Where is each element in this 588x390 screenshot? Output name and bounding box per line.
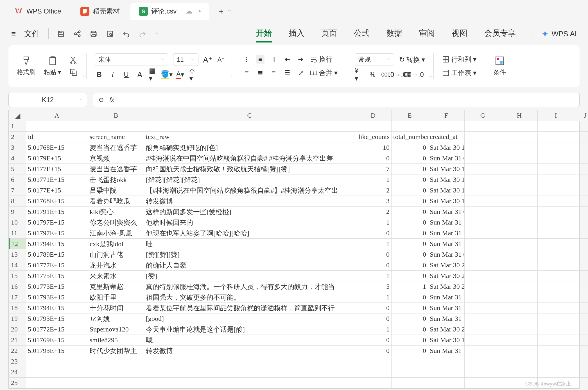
cell[interactable] xyxy=(538,174,574,185)
column-header[interactable]: B xyxy=(88,110,144,121)
save-icon[interactable] xyxy=(57,30,65,38)
cell[interactable] xyxy=(355,121,392,132)
row-header[interactable]: 1 xyxy=(9,121,26,132)
row-header[interactable]: 16 xyxy=(9,281,26,292)
font-size-select[interactable]: 11﹀ xyxy=(173,53,198,66)
cell[interactable]: total_number xyxy=(392,132,428,142)
cell[interactable] xyxy=(538,185,574,196)
row-header[interactable]: 2 xyxy=(9,132,26,142)
row-header[interactable]: 6 xyxy=(9,174,26,185)
cell[interactable] xyxy=(574,260,588,271)
cell[interactable]: 7 xyxy=(355,164,392,174)
undo-icon[interactable] xyxy=(122,30,130,38)
cell[interactable]: 5.01797E+15 xyxy=(26,217,88,228)
cell[interactable] xyxy=(501,239,538,249)
quick-access-more-icon[interactable]: ﹀ xyxy=(155,31,159,36)
cell[interactable]: 1 xyxy=(355,292,392,303)
cell[interactable]: smile8295 xyxy=(88,335,144,346)
cell[interactable] xyxy=(428,356,465,367)
row-header[interactable]: 11 xyxy=(9,228,26,239)
cell[interactable]: Sat Mar 30 19:42:21 +0800 2024 xyxy=(428,174,465,185)
bold-icon[interactable]: B xyxy=(95,70,103,79)
cell[interactable] xyxy=(538,260,574,271)
cell[interactable]: 龙井汽水 xyxy=(88,260,144,271)
cell[interactable]: 3 xyxy=(355,196,392,207)
cell[interactable] xyxy=(501,271,538,281)
cell[interactable] xyxy=(574,249,588,260)
cell[interactable] xyxy=(574,378,588,388)
cell[interactable] xyxy=(538,313,574,324)
cell[interactable]: Sun Mar 31 10:32:23 +0800 2024 xyxy=(428,313,465,324)
cell[interactable] xyxy=(574,367,588,378)
cell[interactable]: 2 xyxy=(355,207,392,217)
cell[interactable]: 5.01772E+15 xyxy=(26,324,88,335)
cell[interactable]: 0 xyxy=(355,303,392,313)
cell[interactable] xyxy=(574,346,588,356)
row-header[interactable]: 4 xyxy=(9,153,26,164)
cell[interactable]: 5 xyxy=(355,281,392,292)
cell[interactable] xyxy=(501,260,538,271)
hamburger-icon[interactable]: ≡ xyxy=(11,29,16,38)
spreadsheet-grid[interactable]: ◢ABCDEFGHIJ 12idscreen_nametext_rawlike_… xyxy=(8,110,580,389)
clear-format-icon[interactable]: ◇ ▾ xyxy=(189,70,198,79)
cell[interactable] xyxy=(465,217,501,228)
cell[interactable] xyxy=(501,335,538,346)
strikethrough-icon[interactable]: A̶ xyxy=(135,70,144,79)
cell[interactable]: 麦当当在逃香芋 xyxy=(88,142,144,153)
cell[interactable]: kiki奕心 xyxy=(88,207,144,217)
cell[interactable]: 0 xyxy=(392,271,428,281)
cell[interactable] xyxy=(465,249,501,260)
cell[interactable]: 2 xyxy=(355,185,392,196)
cell[interactable]: 1 xyxy=(355,174,392,185)
rows-cols-button[interactable]: 行和列 ▾ xyxy=(442,55,476,64)
cell[interactable]: 5.01773E+15 xyxy=(26,281,88,292)
cell[interactable]: 0 xyxy=(355,228,392,239)
cell[interactable] xyxy=(538,132,574,142)
cell[interactable]: 5.01789E+15 xyxy=(26,249,88,260)
cell[interactable] xyxy=(501,367,538,378)
tab-document[interactable]: S 评论.csv ☁ • xyxy=(130,3,209,20)
cell[interactable]: Sat Mar 30 18:49:51 +0800 2024 xyxy=(428,185,465,196)
cell[interactable]: 京视频 xyxy=(88,153,144,164)
cell[interactable]: 0 xyxy=(392,217,428,228)
cell[interactable]: 1 xyxy=(355,239,392,249)
cell[interactable]: 他现在也军人站姿了啊[哈哈][哈哈] xyxy=(144,228,355,239)
menu-tab-数据[interactable]: 数据 xyxy=(386,25,402,42)
cell[interactable]: Sat Mar 30 22:19:32 +0800 2024 xyxy=(428,271,465,281)
number-format-select[interactable]: 常规﹀ xyxy=(355,53,394,66)
cell[interactable] xyxy=(392,356,428,367)
cell[interactable]: 他啥时候回来的 xyxy=(144,217,355,228)
cell[interactable]: 0 xyxy=(392,174,428,185)
cell[interactable] xyxy=(501,228,538,239)
copy-icon[interactable] xyxy=(69,68,78,77)
cell[interactable]: like_counts xyxy=(355,132,392,142)
new-tab[interactable]: ＋ ﹀ xyxy=(217,6,231,17)
cell[interactable]: 0 xyxy=(392,239,428,249)
cell[interactable] xyxy=(465,228,501,239)
preview-icon[interactable] xyxy=(106,30,114,38)
fx-icon[interactable]: fx xyxy=(109,96,114,104)
cell[interactable]: 0 xyxy=(392,164,428,174)
cell[interactable]: [鲜花][鲜花][鲜花] xyxy=(144,174,355,185)
border-icon[interactable]: ▦ ▾ xyxy=(149,70,157,79)
cell[interactable] xyxy=(538,239,574,249)
cell[interactable]: Supernova120 xyxy=(88,324,144,335)
cell[interactable]: 10 xyxy=(355,142,392,153)
cell[interactable] xyxy=(501,142,538,153)
cell[interactable] xyxy=(501,185,538,196)
cell[interactable]: 0 xyxy=(392,324,428,335)
conditional-format-button[interactable]: 条件 xyxy=(494,56,506,77)
menu-tab-页面[interactable]: 页面 xyxy=(321,25,337,42)
cell[interactable]: 哇 xyxy=(144,239,355,249)
cell[interactable] xyxy=(428,121,465,132)
cell[interactable] xyxy=(574,196,588,207)
format-painter-group[interactable]: 格式刷 xyxy=(17,56,35,77)
font-color-icon[interactable]: A ▾ xyxy=(176,70,184,79)
row-header[interactable]: 10 xyxy=(9,217,26,228)
menu-tab-公式[interactable]: 公式 xyxy=(354,25,370,42)
cell[interactable]: 0 xyxy=(392,313,428,324)
cell[interactable] xyxy=(574,207,588,217)
cell[interactable] xyxy=(465,335,501,346)
cell[interactable]: screen_name xyxy=(88,132,144,142)
cell[interactable] xyxy=(501,346,538,356)
